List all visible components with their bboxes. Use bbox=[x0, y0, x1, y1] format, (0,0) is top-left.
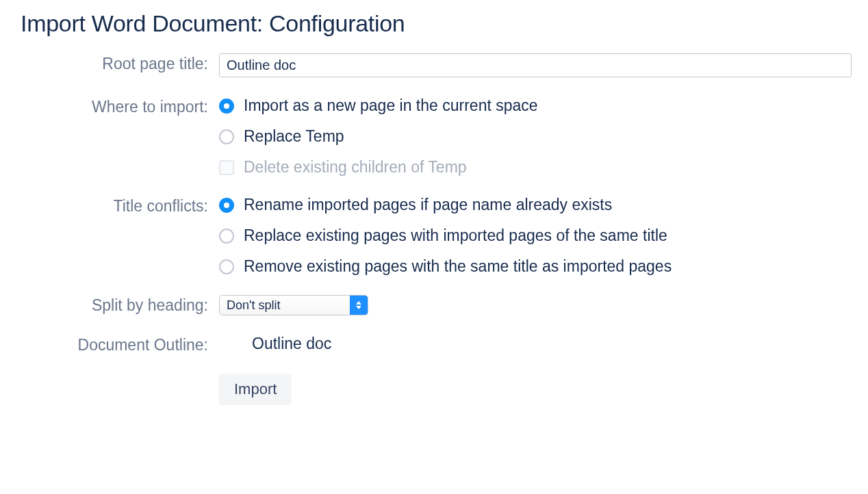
replace-pages-radio[interactable] bbox=[219, 229, 234, 244]
replace-pages-label: Replace existing pages with imported pag… bbox=[244, 226, 667, 245]
replace-temp-label: Replace Temp bbox=[244, 127, 344, 146]
document-outline-label: Document Outline: bbox=[21, 335, 219, 354]
page-title: Import Word Document: Configuration bbox=[21, 10, 847, 37]
rename-pages-radio[interactable] bbox=[219, 198, 234, 213]
remove-pages-radio[interactable] bbox=[219, 259, 234, 274]
root-page-title-input[interactable] bbox=[219, 53, 852, 77]
select-arrows-icon bbox=[350, 296, 368, 315]
root-page-title-label: Root page title: bbox=[21, 53, 219, 73]
split-by-heading-value: Don't split bbox=[220, 296, 350, 315]
rename-pages-label: Rename imported pages if page name alrea… bbox=[244, 196, 612, 214]
title-conflicts-label: Title conflicts: bbox=[21, 196, 219, 216]
import-button[interactable]: Import bbox=[219, 374, 292, 405]
import-new-page-label: Import as a new page in the current spac… bbox=[244, 96, 538, 115]
remove-pages-label: Remove existing pages with the same titl… bbox=[244, 257, 672, 276]
where-to-import-label: Where to import: bbox=[21, 96, 219, 116]
split-by-heading-select[interactable]: Don't split bbox=[219, 295, 368, 315]
replace-temp-radio[interactable] bbox=[219, 129, 234, 144]
delete-children-label: Delete existing children of Temp bbox=[244, 158, 467, 177]
delete-children-checkbox bbox=[219, 160, 234, 175]
split-by-heading-label: Split by heading: bbox=[21, 295, 219, 315]
import-new-page-radio[interactable] bbox=[219, 99, 234, 114]
document-outline-value: Outline doc bbox=[219, 335, 847, 353]
